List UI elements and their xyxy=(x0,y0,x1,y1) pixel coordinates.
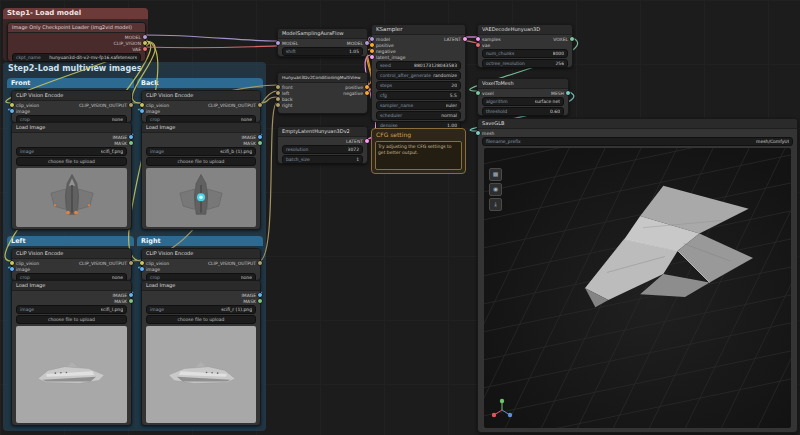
ckpt-name-widget[interactable]: ckpt_namehunyuan3d-dit-v2-mv-fp16.safete… xyxy=(12,53,141,62)
threshold-widget[interactable]: threshold0.60 xyxy=(482,107,564,116)
clip-vision-input-slot[interactable] xyxy=(10,103,14,107)
mask-output-slot[interactable] xyxy=(258,299,262,303)
hunyuan3d-conditioning-multiview-node[interactable]: Hunyuan3Dv2ConditioningMultiView frontpo… xyxy=(277,72,368,114)
latent-image-input-slot[interactable] xyxy=(370,55,374,59)
grid-toggle-icon[interactable]: ▦ xyxy=(489,168,502,181)
latent-output-slot[interactable] xyxy=(463,37,467,41)
clip-vision-encode-node-back[interactable]: CLIP Vision Encode clip_visionCLIP_VISIO… xyxy=(141,90,261,123)
image-output-slot[interactable] xyxy=(129,293,133,297)
back-input-slot[interactable] xyxy=(276,97,280,101)
algorithm-widget[interactable]: algorithmsurface net xyxy=(482,97,564,106)
image-file-widget[interactable]: imagescifi_l.png xyxy=(16,305,127,314)
mask-output-slot[interactable] xyxy=(129,141,133,145)
group-title: Front xyxy=(7,78,134,88)
mesh-output-slot[interactable] xyxy=(566,91,570,95)
samples-input-slot[interactable] xyxy=(476,37,480,41)
clip-vision-input-slot[interactable] xyxy=(140,103,144,107)
node-title: EmptyLatentHunyuan3Dv2 xyxy=(278,127,367,137)
voxel-to-mesh-node[interactable]: VoxelToMesh voxelMESH algorithmsurface n… xyxy=(477,78,569,116)
vae-input-slot[interactable] xyxy=(476,43,480,47)
batch-size-widget[interactable]: batch_size1 xyxy=(282,155,363,164)
octree-resolution-widget[interactable]: octree_resolution256 xyxy=(482,59,568,68)
node-graph-canvas[interactable]: Step1- Load model Step2-Load multiview i… xyxy=(0,0,800,435)
shift-widget[interactable]: shift1.05 xyxy=(282,47,363,56)
front-input-slot[interactable] xyxy=(276,85,280,89)
image-output-slot[interactable] xyxy=(129,135,133,139)
negative-output-slot[interactable] xyxy=(365,91,369,95)
seed-widget[interactable]: seed880173128043583 xyxy=(376,61,461,70)
image-input-slot[interactable] xyxy=(140,109,144,113)
model-input-slot[interactable] xyxy=(276,41,280,45)
positive-output-slot[interactable] xyxy=(365,85,369,89)
scheduler-widget[interactable]: schedulernormal xyxy=(376,111,461,120)
engine-glow xyxy=(65,210,69,214)
upload-button[interactable]: choose file to upload xyxy=(16,157,127,166)
voxel-output-slot[interactable] xyxy=(570,37,574,41)
resolution-widget[interactable]: resolution3072 xyxy=(282,145,363,154)
engine-glow xyxy=(87,204,89,206)
clip-vision-output-slot[interactable] xyxy=(258,261,262,265)
clip-vision-output-slot[interactable] xyxy=(258,103,262,107)
load-image-node-right[interactable]: Load Image IMAGE MASK imagescifi_r (1).p… xyxy=(141,280,261,426)
load-image-node-front[interactable]: Load Image IMAGE MASK imagescifi_f.png c… xyxy=(11,122,132,230)
load-image-node-back[interactable]: Load Image IMAGE MASK imagescifi_b (1).p… xyxy=(141,122,261,230)
clip-vision-encode-node-right[interactable]: CLIP Vision Encode clip_visionCLIP_VISIO… xyxy=(141,248,261,281)
right-input-slot[interactable] xyxy=(276,103,280,107)
ksampler-node[interactable]: KSampler modelLATENT positive negative l… xyxy=(371,24,466,122)
model-sampling-auraflow-node[interactable]: ModelSamplingAuraFlow MODELMODEL shift1.… xyxy=(277,28,368,57)
3d-viewport[interactable]: ▦ ◉ ⤓ xyxy=(484,148,791,428)
image-input-slot[interactable] xyxy=(140,267,144,271)
export-icon[interactable]: ⤓ xyxy=(489,198,502,211)
sampler-name-widget[interactable]: sampler_nameeuler xyxy=(376,101,461,110)
control-after-generate-widget[interactable]: control_after_generaterandomize xyxy=(376,71,461,80)
image-file-widget[interactable]: imagescifi_f.png xyxy=(16,147,127,156)
voxel-input-slot[interactable] xyxy=(476,91,480,95)
steps-widget[interactable]: steps20 xyxy=(376,81,461,90)
save-glb-node[interactable]: SaveGLB mesh filename_prefixmesh/ComfyUI xyxy=(477,118,798,433)
checkpoint-loader-node[interactable]: Image Only Checkpoint Loader (img2vid mo… xyxy=(7,22,146,62)
output-label: MASK xyxy=(114,299,127,304)
mask-output-slot[interactable] xyxy=(258,141,262,145)
cfg-widget[interactable]: cfg5.5 xyxy=(376,91,461,100)
image-input-slot[interactable] xyxy=(10,267,14,271)
output-label: MASK xyxy=(114,141,127,146)
image-file-widget[interactable]: imagescifi_r (1).png xyxy=(146,305,256,314)
vae-output-slot[interactable] xyxy=(143,47,147,51)
upload-button[interactable]: choose file to upload xyxy=(16,315,127,324)
engine-glow xyxy=(53,204,55,206)
load-image-node-left[interactable]: Load Image IMAGE MASK imagescifi_l.png c… xyxy=(11,280,132,426)
num-chunks-widget[interactable]: num_chunks8000 xyxy=(482,49,568,58)
clip-vision-output-slot[interactable] xyxy=(143,41,147,45)
clip-vision-input-slot[interactable] xyxy=(10,261,14,265)
empty-latent-hunyuan3d-node[interactable]: EmptyLatentHunyuan3Dv2 LATENT resolution… xyxy=(277,126,368,164)
negative-input-slot[interactable] xyxy=(370,49,374,53)
input-label: clip_vision xyxy=(16,103,39,108)
viewport-toolbar: ▦ ◉ ⤓ xyxy=(489,168,502,211)
model-input-slot[interactable] xyxy=(370,37,374,41)
model-output-slot[interactable] xyxy=(365,41,369,45)
clip-vision-output-slot[interactable] xyxy=(129,103,133,107)
filename-prefix-widget[interactable]: filename_prefixmesh/ComfyUI xyxy=(482,137,793,146)
cfg-setting-note[interactable]: CFG setting Try adjusting the CFG settin… xyxy=(371,128,466,174)
image-output-slot[interactable] xyxy=(258,293,262,297)
widget-value: euler xyxy=(446,102,458,109)
clip-vision-output-slot[interactable] xyxy=(129,261,133,265)
latent-output-slot[interactable] xyxy=(365,139,369,143)
widget-label: control_after_generate xyxy=(380,72,431,79)
clip-vision-encode-node-left[interactable]: CLIP Vision Encode clip_visionCLIP_VISIO… xyxy=(11,248,132,281)
clip-vision-encode-node-front[interactable]: CLIP Vision Encode clip_visionCLIP_VISIO… xyxy=(11,90,132,123)
camera-icon[interactable]: ◉ xyxy=(489,183,502,196)
mesh-input-slot[interactable] xyxy=(476,131,480,135)
upload-button[interactable]: choose file to upload xyxy=(146,157,256,166)
positive-input-slot[interactable] xyxy=(370,43,374,47)
axis-gizmo[interactable] xyxy=(490,398,514,422)
model-output-slot[interactable] xyxy=(143,35,147,39)
clip-vision-input-slot[interactable] xyxy=(140,261,144,265)
image-output-slot[interactable] xyxy=(258,135,262,139)
left-input-slot[interactable] xyxy=(276,91,280,95)
image-file-widget[interactable]: imagescifi_b (1).png xyxy=(146,147,256,156)
image-input-slot[interactable] xyxy=(10,109,14,113)
mask-output-slot[interactable] xyxy=(129,299,133,303)
upload-button[interactable]: choose file to upload xyxy=(146,315,256,324)
vae-decode-hunyuan3d-node[interactable]: VAEDecodeHunyuan3D samplesVOXEL vae num_… xyxy=(477,24,573,68)
